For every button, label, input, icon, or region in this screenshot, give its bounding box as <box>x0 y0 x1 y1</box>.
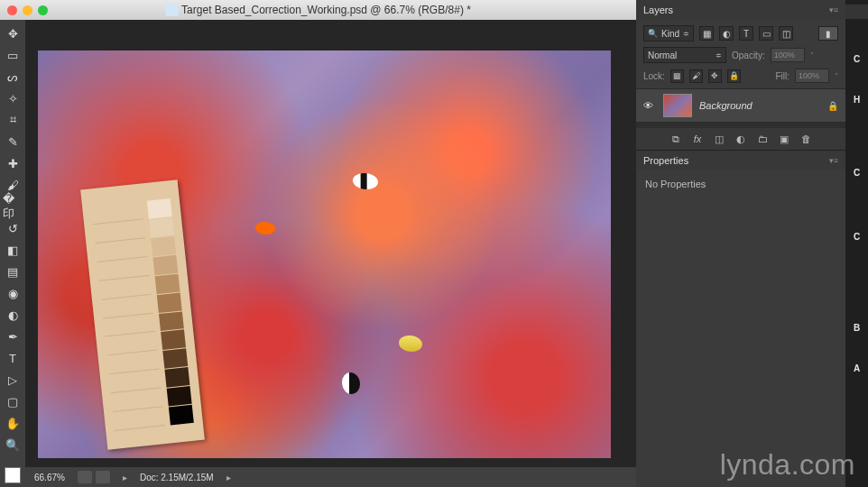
status-icon[interactable] <box>78 471 92 483</box>
status-chevron-icon[interactable]: ▸ <box>123 473 127 482</box>
watermark: lynda.com <box>720 448 855 482</box>
image-content <box>38 51 611 458</box>
lock-pixels-icon[interactable]: 🖌 <box>689 69 703 83</box>
document-canvas[interactable] <box>38 51 611 458</box>
collapsed-tab-label[interactable]: A <box>845 363 868 373</box>
spot-heal-tool[interactable]: ✚ <box>3 153 23 173</box>
color-calibration-card <box>80 179 205 450</box>
lock-transparency-icon[interactable]: ▩ <box>670 69 684 83</box>
filter-toggle-switch[interactable]: ▮ <box>818 26 838 41</box>
panel-menu-icon[interactable]: ▾≡ <box>829 156 838 165</box>
eraser-tool[interactable]: ◧ <box>3 240 23 260</box>
right-panels: Layers ▾≡ 🔍 Kind ≑ ▦ ◐ T ▭ ◫ ▮ Normal ≑ … <box>636 0 845 487</box>
status-bar: 66.67% ▸ Doc: 2.15M/2.15M ▸ <box>25 467 636 487</box>
visibility-toggle-icon[interactable]: 👁 <box>643 100 656 111</box>
zoom-level[interactable]: 66.67% <box>34 473 65 482</box>
shape-tool[interactable]: ▢ <box>3 391 23 411</box>
lasso-tool[interactable]: ᔕ <box>3 67 23 87</box>
doc-size-readout: Doc: 2.15M/2.15M <box>140 473 214 482</box>
zoom-tool[interactable]: 🔍 <box>3 435 23 455</box>
chevron-down-icon[interactable]: ˅ <box>810 51 814 60</box>
layer-list: 👁 Background 🔒 <box>636 88 845 123</box>
layer-style-icon[interactable]: fx <box>690 132 705 146</box>
dodge-tool[interactable]: ◐ <box>3 305 23 325</box>
collapsed-panel-strip: C H C C B A <box>845 0 868 487</box>
hand-tool[interactable]: ✋ <box>3 413 23 433</box>
lock-all-icon[interactable]: 🔒 <box>727 69 741 83</box>
lock-label: Lock: <box>643 71 665 81</box>
collapsed-panel-tab[interactable] <box>845 5 868 19</box>
filter-smart-icon[interactable]: ◫ <box>779 26 793 41</box>
filter-adjustment-icon[interactable]: ◐ <box>719 26 734 41</box>
collapsed-tab-label[interactable]: C <box>845 168 868 178</box>
layer-thumbnail[interactable] <box>663 94 692 117</box>
blend-mode-select[interactable]: Normal ≑ <box>643 47 726 63</box>
document-title-text: Target Based_Correction_Working.psd @ 66… <box>181 4 471 16</box>
move-tool[interactable]: ✥ <box>3 23 23 43</box>
layers-panel-header: Layers ▾≡ <box>636 0 845 20</box>
status-chevron-icon[interactable]: ▸ <box>226 473 231 482</box>
path-select-tool[interactable]: ▷ <box>3 370 23 390</box>
psd-file-icon <box>165 4 178 16</box>
magic-wand-tool[interactable]: ✧ <box>3 88 23 108</box>
fish-graphic <box>255 222 275 234</box>
properties-panel-header: Properties ▾≡ <box>636 150 845 170</box>
pen-tool[interactable]: ✒ <box>3 326 23 346</box>
titlebar: Target Based_Correction_Working.psd @ 66… <box>0 0 636 20</box>
collapsed-tab-label[interactable]: B <box>845 323 868 333</box>
history-brush-tool[interactable]: ↺ <box>3 218 23 238</box>
blur-tool[interactable]: ◉ <box>3 283 23 303</box>
opacity-field[interactable]: 100% <box>771 48 805 62</box>
layer-filter-kind-select[interactable]: 🔍 Kind ≑ <box>643 25 694 41</box>
new-layer-icon[interactable]: ▣ <box>777 132 791 146</box>
fill-field[interactable]: 100% <box>795 69 829 83</box>
chevron-down-icon: ≑ <box>683 30 689 38</box>
eyedropper-tool[interactable]: ✎ <box>3 132 23 152</box>
delete-layer-icon[interactable]: 🗑 <box>799 132 813 146</box>
fish-graphic <box>342 372 360 394</box>
document-title: Target Based_Correction_Working.psd @ 66… <box>165 4 471 16</box>
tools-panel: ✥ ▭ ᔕ ✧ ⌗ ✎ ✚ 🖌 �印 ↺ ◧ ▤ ◉ ◐ ✒ T ▷ ▢ ✋ 🔍 <box>0 20 25 487</box>
layers-tab[interactable]: Layers <box>643 5 673 15</box>
fish-graphic <box>399 335 422 352</box>
chevron-down-icon: ≑ <box>716 51 722 60</box>
minimize-window-button[interactable] <box>23 5 32 15</box>
collapsed-tab-label[interactable]: C <box>845 232 868 242</box>
type-tool[interactable]: T <box>3 348 23 368</box>
marquee-tool[interactable]: ▭ <box>3 45 23 65</box>
filter-pixel-icon[interactable]: ▦ <box>699 26 714 41</box>
layer-row[interactable]: 👁 Background 🔒 <box>636 88 845 123</box>
properties-tab[interactable]: Properties <box>643 155 688 166</box>
gradient-tool[interactable]: ▤ <box>3 262 23 281</box>
chevron-down-icon[interactable]: ˅ <box>835 72 838 80</box>
adjustment-layer-icon[interactable]: ◐ <box>734 132 748 146</box>
filter-type-icon[interactable]: T <box>739 26 753 41</box>
layers-panel-footer: ⧉ fx ◫ ◐ 🗀 ▣ 🗑 <box>636 128 845 150</box>
foreground-color-swatch[interactable] <box>5 467 21 483</box>
link-layers-icon[interactable]: ⧉ <box>669 132 683 146</box>
lock-position-icon[interactable]: ✥ <box>708 69 722 83</box>
fill-label: Fill: <box>775 71 790 81</box>
lock-icon: 🔒 <box>827 101 838 111</box>
properties-body: No Properties <box>636 170 845 198</box>
status-icon[interactable] <box>96 471 110 483</box>
fish-graphic <box>353 173 378 189</box>
group-icon[interactable]: 🗀 <box>755 132 770 146</box>
zoom-window-button[interactable] <box>38 5 48 15</box>
layer-name-label[interactable]: Background <box>699 100 820 111</box>
close-window-button[interactable] <box>7 5 17 15</box>
crop-tool[interactable]: ⌗ <box>3 110 23 130</box>
clone-stamp-tool[interactable]: �印 <box>3 197 23 216</box>
collapsed-tab-label[interactable]: C <box>845 54 868 64</box>
panel-menu-icon[interactable]: ▾≡ <box>829 5 838 14</box>
filter-shape-icon[interactable]: ▭ <box>759 26 773 41</box>
opacity-label: Opacity: <box>732 51 765 60</box>
collapsed-tab-label[interactable]: H <box>845 95 868 105</box>
layer-mask-icon[interactable]: ◫ <box>712 132 726 146</box>
